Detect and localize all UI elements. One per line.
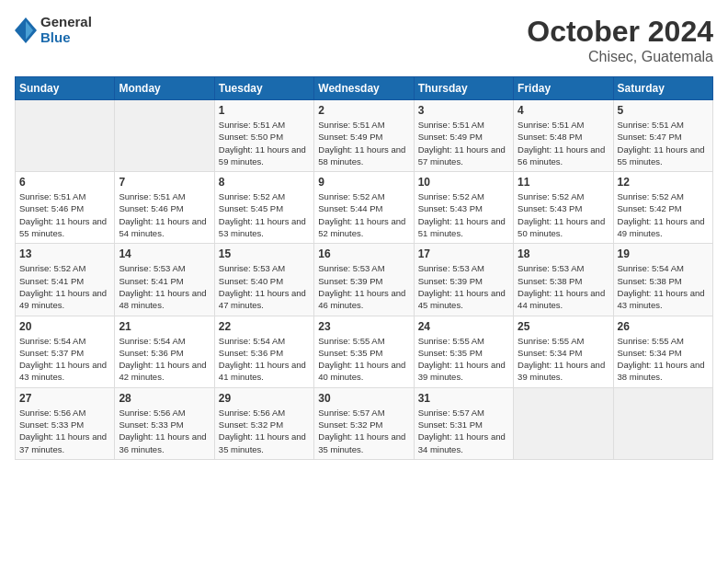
day-info: Sunrise: 5:51 AM Sunset: 5:49 PM Dayligh… xyxy=(318,119,409,167)
weekday-header-sunday: Sunday xyxy=(16,77,115,100)
logo: General Blue xyxy=(15,15,92,45)
calendar-cell: 21Sunrise: 5:54 AM Sunset: 5:36 PM Dayli… xyxy=(115,316,214,387)
day-number: 14 xyxy=(119,247,210,260)
calendar-cell: 29Sunrise: 5:56 AM Sunset: 5:32 PM Dayli… xyxy=(214,387,313,459)
day-info: Sunrise: 5:52 AM Sunset: 5:42 PM Dayligh… xyxy=(618,190,709,239)
calendar-cell: 9Sunrise: 5:52 AM Sunset: 5:44 PM Daylig… xyxy=(314,172,414,244)
day-info: Sunrise: 5:52 AM Sunset: 5:44 PM Dayligh… xyxy=(318,190,409,239)
day-info: Sunrise: 5:51 AM Sunset: 5:46 PM Dayligh… xyxy=(19,190,110,239)
calendar-cell: 17Sunrise: 5:53 AM Sunset: 5:39 PM Dayli… xyxy=(414,244,513,316)
day-number: 21 xyxy=(119,320,210,333)
day-info: Sunrise: 5:56 AM Sunset: 5:33 PM Dayligh… xyxy=(19,407,110,455)
day-number: 7 xyxy=(119,176,210,189)
day-number: 1 xyxy=(219,104,310,117)
location-subtitle: Chisec, Guatemala xyxy=(527,49,713,65)
day-info: Sunrise: 5:51 AM Sunset: 5:49 PM Dayligh… xyxy=(418,119,509,167)
day-number: 8 xyxy=(219,176,310,189)
calendar-cell: 15Sunrise: 5:53 AM Sunset: 5:40 PM Dayli… xyxy=(214,244,313,316)
calendar-cell: 28Sunrise: 5:56 AM Sunset: 5:33 PM Dayli… xyxy=(115,387,214,459)
weekday-header-friday: Friday xyxy=(514,77,613,100)
calendar-cell: 30Sunrise: 5:57 AM Sunset: 5:32 PM Dayli… xyxy=(314,387,414,459)
day-info: Sunrise: 5:57 AM Sunset: 5:31 PM Dayligh… xyxy=(418,407,509,455)
day-info: Sunrise: 5:54 AM Sunset: 5:36 PM Dayligh… xyxy=(119,335,210,384)
day-number: 4 xyxy=(518,104,609,117)
day-number: 20 xyxy=(19,320,110,333)
day-number: 17 xyxy=(418,247,509,260)
day-number: 23 xyxy=(318,320,409,333)
title-block: October 2024 Chisec, Guatemala xyxy=(527,15,713,65)
day-number: 10 xyxy=(418,176,509,189)
day-info: Sunrise: 5:51 AM Sunset: 5:50 PM Dayligh… xyxy=(219,119,310,167)
day-number: 30 xyxy=(318,392,409,405)
day-info: Sunrise: 5:57 AM Sunset: 5:32 PM Dayligh… xyxy=(318,407,409,455)
calendar-cell: 7Sunrise: 5:51 AM Sunset: 5:46 PM Daylig… xyxy=(115,172,214,244)
day-number: 11 xyxy=(518,176,609,189)
logo-blue-text: Blue xyxy=(40,30,92,46)
calendar-cell: 10Sunrise: 5:52 AM Sunset: 5:43 PM Dayli… xyxy=(414,172,513,244)
calendar-cell: 16Sunrise: 5:53 AM Sunset: 5:39 PM Dayli… xyxy=(314,244,414,316)
calendar-cell: 2Sunrise: 5:51 AM Sunset: 5:49 PM Daylig… xyxy=(314,100,414,172)
day-number: 5 xyxy=(618,104,709,117)
calendar-week-row: 13Sunrise: 5:52 AM Sunset: 5:41 PM Dayli… xyxy=(16,244,713,316)
day-number: 12 xyxy=(618,176,709,189)
calendar-cell: 1Sunrise: 5:51 AM Sunset: 5:50 PM Daylig… xyxy=(214,100,313,172)
day-info: Sunrise: 5:51 AM Sunset: 5:47 PM Dayligh… xyxy=(618,119,709,167)
day-number: 28 xyxy=(119,392,210,405)
calendar-cell: 24Sunrise: 5:55 AM Sunset: 5:35 PM Dayli… xyxy=(414,316,513,387)
calendar-cell xyxy=(115,100,214,172)
day-info: Sunrise: 5:54 AM Sunset: 5:38 PM Dayligh… xyxy=(618,262,709,311)
day-info: Sunrise: 5:55 AM Sunset: 5:35 PM Dayligh… xyxy=(318,335,409,384)
logo-icon xyxy=(15,17,37,43)
day-number: 27 xyxy=(19,392,110,405)
calendar-cell: 20Sunrise: 5:54 AM Sunset: 5:37 PM Dayli… xyxy=(16,316,115,387)
day-info: Sunrise: 5:54 AM Sunset: 5:36 PM Dayligh… xyxy=(219,335,310,384)
calendar-cell: 11Sunrise: 5:52 AM Sunset: 5:43 PM Dayli… xyxy=(514,172,613,244)
day-info: Sunrise: 5:53 AM Sunset: 5:39 PM Dayligh… xyxy=(318,262,409,311)
calendar-cell: 19Sunrise: 5:54 AM Sunset: 5:38 PM Dayli… xyxy=(613,244,712,316)
day-number: 24 xyxy=(418,320,509,333)
day-number: 16 xyxy=(318,247,409,260)
calendar-cell: 8Sunrise: 5:52 AM Sunset: 5:45 PM Daylig… xyxy=(214,172,313,244)
day-info: Sunrise: 5:53 AM Sunset: 5:40 PM Dayligh… xyxy=(219,262,310,311)
day-info: Sunrise: 5:51 AM Sunset: 5:48 PM Dayligh… xyxy=(518,119,609,167)
day-info: Sunrise: 5:52 AM Sunset: 5:45 PM Dayligh… xyxy=(219,190,310,239)
day-number: 2 xyxy=(318,104,409,117)
calendar-cell: 4Sunrise: 5:51 AM Sunset: 5:48 PM Daylig… xyxy=(514,100,613,172)
day-number: 25 xyxy=(518,320,609,333)
calendar-cell: 18Sunrise: 5:53 AM Sunset: 5:38 PM Dayli… xyxy=(514,244,613,316)
day-number: 22 xyxy=(219,320,310,333)
logo-general-text: General xyxy=(40,15,92,30)
day-info: Sunrise: 5:55 AM Sunset: 5:34 PM Dayligh… xyxy=(618,335,709,384)
day-number: 15 xyxy=(219,247,310,260)
calendar-header-row: SundayMondayTuesdayWednesdayThursdayFrid… xyxy=(16,77,713,100)
weekday-header-saturday: Saturday xyxy=(613,77,712,100)
day-number: 3 xyxy=(418,104,509,117)
calendar-cell: 5Sunrise: 5:51 AM Sunset: 5:47 PM Daylig… xyxy=(613,100,712,172)
calendar-cell: 27Sunrise: 5:56 AM Sunset: 5:33 PM Dayli… xyxy=(16,387,115,459)
weekday-header-tuesday: Tuesday xyxy=(214,77,313,100)
calendar-cell xyxy=(514,387,613,459)
weekday-header-thursday: Thursday xyxy=(414,77,513,100)
day-number: 29 xyxy=(219,392,310,405)
calendar-cell: 13Sunrise: 5:52 AM Sunset: 5:41 PM Dayli… xyxy=(16,244,115,316)
day-number: 31 xyxy=(418,392,509,405)
calendar-cell: 25Sunrise: 5:55 AM Sunset: 5:34 PM Dayli… xyxy=(514,316,613,387)
calendar-cell: 23Sunrise: 5:55 AM Sunset: 5:35 PM Dayli… xyxy=(314,316,414,387)
calendar-week-row: 20Sunrise: 5:54 AM Sunset: 5:37 PM Dayli… xyxy=(16,316,713,387)
calendar-cell: 31Sunrise: 5:57 AM Sunset: 5:31 PM Dayli… xyxy=(414,387,513,459)
calendar-week-row: 27Sunrise: 5:56 AM Sunset: 5:33 PM Dayli… xyxy=(16,387,713,459)
calendar-table: SundayMondayTuesdayWednesdayThursdayFrid… xyxy=(15,76,713,460)
calendar-cell xyxy=(16,100,115,172)
day-info: Sunrise: 5:56 AM Sunset: 5:33 PM Dayligh… xyxy=(119,407,210,455)
day-number: 9 xyxy=(318,176,409,189)
calendar-cell: 22Sunrise: 5:54 AM Sunset: 5:36 PM Dayli… xyxy=(214,316,313,387)
calendar-cell: 12Sunrise: 5:52 AM Sunset: 5:42 PM Dayli… xyxy=(613,172,712,244)
day-info: Sunrise: 5:55 AM Sunset: 5:35 PM Dayligh… xyxy=(418,335,509,384)
day-info: Sunrise: 5:56 AM Sunset: 5:32 PM Dayligh… xyxy=(219,407,310,455)
calendar-cell xyxy=(613,387,712,459)
page-header: General Blue October 2024 Chisec, Guatem… xyxy=(15,15,713,65)
day-number: 6 xyxy=(19,176,110,189)
day-info: Sunrise: 5:53 AM Sunset: 5:39 PM Dayligh… xyxy=(418,262,509,311)
calendar-cell: 6Sunrise: 5:51 AM Sunset: 5:46 PM Daylig… xyxy=(16,172,115,244)
day-number: 18 xyxy=(518,247,609,260)
